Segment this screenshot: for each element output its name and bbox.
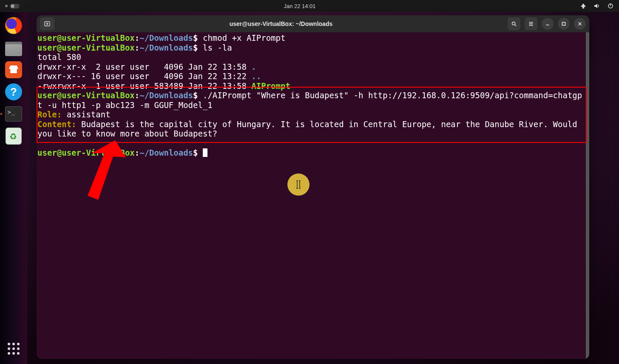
prompt-userhost: user@user-VirtualBox bbox=[37, 91, 135, 100]
prompt-sep: : bbox=[135, 148, 139, 157]
desktop: user@user-VirtualBox: ~/Downloads bbox=[27, 12, 619, 364]
workspace-dot-icon bbox=[5, 5, 8, 7]
terminal-window: user@user-VirtualBox: ~/Downloads bbox=[37, 15, 589, 359]
trash-icon bbox=[6, 128, 22, 145]
activities-area[interactable] bbox=[5, 4, 20, 9]
command-ls: ls -la bbox=[198, 43, 232, 52]
maximize-button[interactable] bbox=[558, 18, 570, 30]
prompt-symbol: $ bbox=[193, 91, 198, 100]
software-center-icon bbox=[5, 61, 22, 78]
dock-files[interactable] bbox=[4, 38, 23, 57]
ls-row: drwxr-x--- 16 user user 4096 Jan 22 13:2… bbox=[37, 71, 251, 81]
content-value: Budapest is the capital city of Hungary.… bbox=[37, 119, 582, 139]
window-title: user@user-VirtualBox: ~/Downloads bbox=[230, 20, 333, 27]
help-icon: ? bbox=[5, 83, 22, 100]
power-icon bbox=[607, 3, 614, 9]
prompt-userhost: user@user-VirtualBox bbox=[37, 148, 135, 157]
svg-point-5 bbox=[512, 22, 515, 25]
prompt-path: ~/Downloads bbox=[139, 91, 193, 100]
files-icon bbox=[5, 42, 22, 56]
terminal-icon bbox=[5, 106, 22, 122]
desktop-topbar: Jan 22 14:01 bbox=[0, 0, 619, 12]
terminal-cursor bbox=[203, 148, 207, 157]
ls-dir-dot: . bbox=[251, 62, 256, 71]
svg-rect-11 bbox=[562, 23, 565, 26]
prompt-symbol: $ bbox=[193, 43, 198, 52]
network-icon bbox=[580, 3, 587, 9]
terminal-output[interactable]: user@user-VirtualBox:~/Downloads$ chmod … bbox=[37, 33, 585, 158]
prompt-symbol: $ bbox=[193, 148, 198, 157]
prompt-path: ~/Downloads bbox=[139, 33, 193, 43]
role-value: assistant bbox=[62, 110, 110, 119]
prompt-userhost: user@user-VirtualBox bbox=[37, 33, 135, 43]
dock-help[interactable]: ? bbox=[4, 82, 23, 101]
ls-dir-dotdot: .. bbox=[251, 71, 261, 81]
search-button[interactable] bbox=[508, 17, 520, 30]
clock[interactable]: Jan 22 14:01 bbox=[284, 3, 315, 9]
prompt-path: ~/Downloads bbox=[139, 43, 193, 52]
ls-exe: AIPrompt bbox=[251, 81, 290, 91]
terminal-scrollbar[interactable] bbox=[586, 32, 589, 359]
prompt-sep: : bbox=[135, 33, 139, 43]
content-label: Content: bbox=[37, 119, 77, 129]
prompt-path: ~/Downloads bbox=[139, 148, 193, 157]
dock-terminal[interactable] bbox=[4, 105, 23, 123]
minimize-button[interactable] bbox=[542, 18, 554, 30]
prompt-sep: : bbox=[135, 43, 139, 52]
volume-icon bbox=[593, 3, 600, 9]
ls-row: -rwxrwxr-x 1 user user 583489 Jan 22 13:… bbox=[37, 81, 251, 91]
prompt-userhost: user@user-VirtualBox bbox=[37, 43, 135, 52]
terminal-body[interactable]: user@user-VirtualBox:~/Downloads$ chmod … bbox=[37, 32, 589, 359]
show-applications[interactable] bbox=[4, 339, 23, 358]
prompt-symbol: $ bbox=[193, 33, 198, 43]
window-titlebar[interactable]: user@user-VirtualBox: ~/Downloads bbox=[37, 15, 589, 32]
ls-total: total 580 bbox=[37, 52, 81, 62]
firefox-icon bbox=[5, 17, 22, 34]
ls-row: drwxr-xr-x 2 user user 4096 Jan 22 13:58 bbox=[37, 62, 251, 71]
dock: ? bbox=[0, 12, 27, 364]
workspace-pill-icon bbox=[10, 4, 20, 9]
prompt-sep: : bbox=[135, 91, 139, 100]
new-tab-button[interactable] bbox=[40, 17, 54, 30]
apps-grid-icon bbox=[7, 342, 20, 355]
hamburger-menu-button[interactable] bbox=[525, 17, 537, 30]
dock-firefox[interactable] bbox=[4, 16, 23, 35]
role-label: Role: bbox=[37, 110, 62, 119]
close-button[interactable] bbox=[574, 18, 586, 30]
system-tray[interactable] bbox=[580, 3, 614, 9]
dock-trash[interactable] bbox=[4, 127, 23, 145]
svg-line-6 bbox=[515, 25, 517, 26]
scrollbar-thumb[interactable] bbox=[586, 32, 589, 359]
command-chmod: chmod +x AIPrompt bbox=[198, 33, 286, 43]
dock-software[interactable] bbox=[4, 60, 23, 79]
